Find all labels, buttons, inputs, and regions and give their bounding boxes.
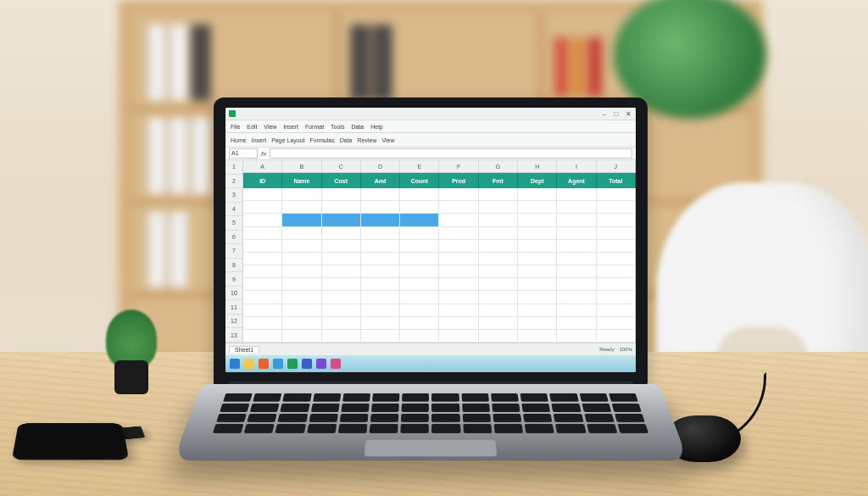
cell[interactable] bbox=[439, 227, 478, 240]
cell[interactable] bbox=[361, 253, 400, 265]
col-header[interactable]: B bbox=[282, 160, 321, 172]
col-header[interactable]: F bbox=[439, 160, 478, 172]
table-header-cell[interactable]: Amt bbox=[361, 173, 400, 188]
ribbon-review[interactable]: Review bbox=[358, 137, 377, 143]
row-header[interactable]: 10 bbox=[225, 287, 242, 301]
cell[interactable] bbox=[282, 227, 321, 240]
cell[interactable] bbox=[439, 240, 478, 253]
cell[interactable] bbox=[518, 330, 557, 343]
spreadsheet-grid[interactable]: 1 2 3 4 5 6 7 8 9 10 11 12 13 bbox=[225, 160, 636, 343]
cell[interactable] bbox=[361, 188, 400, 201]
cell[interactable] bbox=[361, 278, 400, 291]
cell[interactable] bbox=[479, 227, 518, 240]
cell[interactable] bbox=[243, 278, 282, 291]
cell[interactable] bbox=[557, 240, 596, 253]
cell[interactable] bbox=[282, 278, 321, 291]
cell[interactable] bbox=[597, 188, 636, 201]
table-header-cell[interactable]: Agent bbox=[557, 173, 596, 188]
cell[interactable] bbox=[439, 201, 478, 214]
cell[interactable] bbox=[518, 201, 557, 214]
cell[interactable] bbox=[361, 330, 400, 343]
row-header[interactable]: 2 bbox=[225, 175, 242, 189]
col-header[interactable]: E bbox=[400, 160, 439, 172]
cell[interactable] bbox=[282, 330, 321, 343]
zoom-level[interactable]: 100% bbox=[620, 347, 632, 352]
file-explorer-icon[interactable] bbox=[244, 359, 254, 369]
row-header[interactable]: 1 bbox=[225, 160, 242, 175]
row-header[interactable]: 7 bbox=[225, 244, 242, 259]
cell[interactable] bbox=[439, 214, 478, 226]
cell[interactable] bbox=[597, 240, 636, 253]
cell[interactable] bbox=[243, 330, 282, 343]
spreadsheet-icon[interactable] bbox=[287, 359, 298, 369]
menu-tools[interactable]: Tools bbox=[331, 124, 344, 130]
table-header-cell[interactable]: Prod bbox=[439, 173, 478, 188]
cell[interactable] bbox=[322, 253, 361, 265]
cell[interactable] bbox=[322, 304, 361, 317]
cell[interactable] bbox=[439, 291, 478, 304]
cell[interactable] bbox=[243, 227, 282, 240]
cell[interactable] bbox=[479, 291, 518, 304]
cell[interactable] bbox=[322, 240, 361, 253]
cell[interactable] bbox=[518, 317, 557, 330]
cell[interactable] bbox=[479, 188, 518, 201]
cell[interactable] bbox=[557, 201, 596, 214]
cell[interactable] bbox=[282, 214, 321, 226]
cell[interactable] bbox=[400, 214, 439, 226]
cell[interactable] bbox=[597, 201, 636, 214]
docs-icon[interactable] bbox=[302, 359, 312, 369]
cell[interactable] bbox=[322, 227, 361, 240]
cell[interactable] bbox=[597, 330, 636, 343]
cell[interactable] bbox=[479, 240, 518, 253]
cell[interactable] bbox=[282, 304, 321, 317]
cell[interactable] bbox=[439, 265, 478, 278]
cell[interactable] bbox=[282, 291, 321, 304]
start-icon[interactable] bbox=[230, 359, 240, 369]
mail-icon[interactable] bbox=[273, 359, 283, 369]
cell[interactable] bbox=[243, 214, 282, 226]
cell[interactable] bbox=[322, 317, 361, 330]
maximize-button[interactable]: □ bbox=[612, 110, 620, 118]
cell[interactable] bbox=[479, 304, 518, 317]
cell[interactable] bbox=[282, 253, 321, 265]
cell[interactable] bbox=[518, 304, 557, 317]
browser-icon[interactable] bbox=[259, 359, 269, 369]
name-box[interactable]: A1 bbox=[229, 148, 258, 159]
row-header[interactable]: 6 bbox=[225, 231, 242, 245]
cell[interactable] bbox=[557, 188, 596, 201]
cell[interactable] bbox=[361, 317, 400, 330]
cell[interactable] bbox=[479, 330, 518, 343]
cell[interactable] bbox=[243, 291, 282, 304]
col-header[interactable]: H bbox=[518, 160, 557, 172]
cell[interactable] bbox=[243, 201, 282, 214]
cell[interactable] bbox=[597, 214, 636, 226]
menu-format[interactable]: Format bbox=[305, 124, 324, 130]
table-header-cell[interactable]: Dept bbox=[518, 173, 557, 188]
col-header[interactable]: G bbox=[479, 160, 518, 172]
cell[interactable] bbox=[322, 278, 361, 291]
cell[interactable] bbox=[518, 291, 557, 304]
col-header[interactable]: A bbox=[243, 160, 282, 172]
table-header-cell[interactable]: ID bbox=[243, 173, 282, 188]
cell[interactable] bbox=[557, 278, 596, 291]
ribbon-insert[interactable]: Insert bbox=[252, 137, 267, 143]
cell[interactable] bbox=[479, 214, 518, 226]
row-header[interactable]: 13 bbox=[225, 328, 242, 343]
cell[interactable] bbox=[282, 188, 321, 201]
cell[interactable] bbox=[597, 291, 636, 304]
col-header[interactable]: C bbox=[322, 160, 361, 172]
row-header[interactable]: 12 bbox=[225, 315, 242, 329]
cell[interactable] bbox=[557, 317, 596, 330]
sheet-tab[interactable]: Sheet1 bbox=[229, 346, 259, 353]
cell[interactable] bbox=[400, 265, 439, 278]
cell[interactable] bbox=[597, 304, 636, 317]
cell[interactable] bbox=[518, 240, 557, 253]
cell[interactable] bbox=[597, 278, 636, 291]
cell[interactable] bbox=[322, 214, 361, 226]
table-header-cell[interactable]: Total bbox=[597, 173, 636, 188]
cell[interactable] bbox=[400, 317, 439, 330]
cell[interactable] bbox=[400, 240, 439, 253]
cell[interactable] bbox=[557, 265, 596, 278]
formula-input[interactable] bbox=[270, 148, 632, 159]
cell[interactable] bbox=[361, 201, 400, 214]
